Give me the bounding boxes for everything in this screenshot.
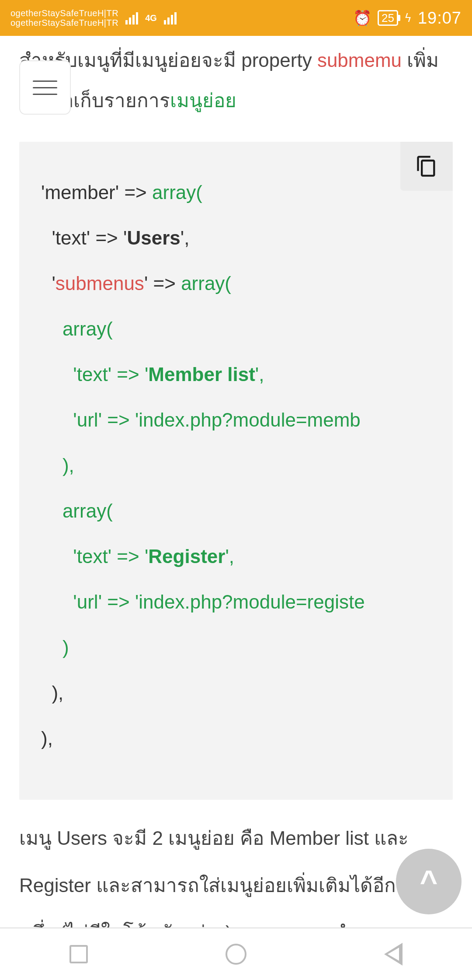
- signal-indicator-2: [164, 11, 177, 24]
- status-left: ogetherStaySafeTrueH|TR ogetherStaySafeT…: [10, 8, 177, 28]
- clock-label: 19:07: [418, 9, 462, 28]
- square-icon: [69, 945, 88, 963]
- circle-icon: [226, 944, 246, 965]
- carrier-label: ogetherStaySafeTrueH|TR ogetherStaySafeT…: [10, 8, 118, 28]
- menu-button[interactable]: [19, 60, 71, 115]
- signal-bars-icon: [125, 11, 138, 24]
- back-button[interactable]: [380, 941, 406, 967]
- network-type-label: 4G: [145, 14, 157, 22]
- copy-button[interactable]: [400, 142, 453, 191]
- clipboard-icon: [415, 155, 438, 178]
- signal-indicator-1: [125, 11, 138, 24]
- code-content: 'member' => array( 'text' => 'Users', 's…: [41, 170, 453, 761]
- system-nav-bar: [0, 928, 472, 980]
- scroll-top-button[interactable]: ^: [396, 849, 462, 914]
- code-block: 'member' => array( 'text' => 'Users', 's…: [19, 142, 453, 800]
- body-paragraph: เมนู Users จะมี 2 เมนูย่อย คือ Member li…: [19, 815, 453, 928]
- carrier-line-2: ogetherStaySafeTrueH|TR: [10, 18, 118, 28]
- text-highlight-red: submemu: [317, 49, 402, 71]
- signal-bars-icon: [164, 11, 177, 24]
- status-bar: ogetherStaySafeTrueH|TR ogetherStaySafeT…: [0, 0, 472, 36]
- charging-icon: ϟ: [404, 11, 412, 25]
- triangle-icon: [384, 943, 403, 966]
- text-highlight-green: เมนูย่อย: [170, 90, 236, 111]
- battery-indicator: 25: [378, 10, 398, 26]
- alarm-icon: ⏰: [353, 9, 371, 27]
- chevron-up-icon: ^: [420, 864, 438, 899]
- home-button[interactable]: [223, 941, 249, 967]
- status-right: ⏰ 25 ϟ 19:07: [353, 9, 462, 28]
- intro-paragraph: สำหรับเมนูที่มีเมนูย่อยจะมี property sub…: [19, 40, 453, 121]
- recent-apps-button[interactable]: [66, 941, 92, 967]
- page-content: สำหรับเมนูที่มีเมนูย่อยจะมี property sub…: [0, 36, 472, 928]
- carrier-line-1: ogetherStaySafeTrueH|TR: [10, 8, 118, 18]
